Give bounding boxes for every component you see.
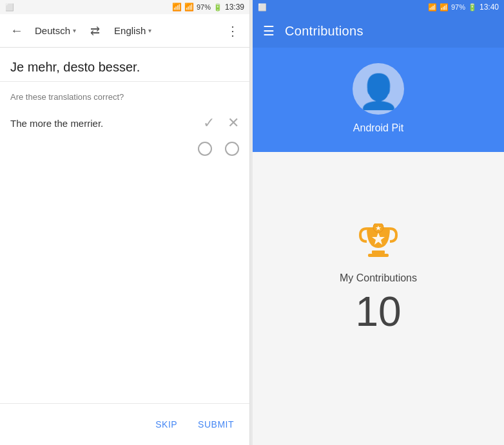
right-time: 13:40	[480, 3, 499, 12]
source-language-selector[interactable]: Deutsch ▾	[31, 23, 80, 39]
validation-translation: The more the merrier.	[10, 118, 203, 129]
avatar-icon: 👤	[358, 75, 400, 108]
skip-button[interactable]: SKIP	[153, 414, 180, 435]
submit-button[interactable]: SUBMIT	[195, 414, 237, 435]
avatar: 👤	[353, 63, 404, 115]
radio-actions	[198, 142, 239, 156]
radio-row	[10, 137, 239, 161]
time-left: 13:39	[225, 3, 244, 12]
contributions-section: My Contributions 10	[253, 152, 504, 445]
validation-actions: ✓ ✕	[203, 115, 239, 131]
battery-icon-left: 🔋	[213, 3, 222, 12]
source-text: Je mehr, desto besser.	[10, 58, 239, 76]
left-toolbar: ← Deutsch ▾ ⇄ English ▾ ⋮	[0, 14, 249, 48]
contributions-title: Contributions	[285, 24, 363, 39]
profile-name: Android Pit	[353, 122, 403, 134]
validation-question: Are these translations correct?	[10, 92, 239, 102]
right-status-left: ⬜	[258, 3, 267, 12]
validation-row: The more the merrier. ✓ ✕	[10, 109, 239, 137]
wifi-icon: 📶	[172, 3, 182, 12]
right-status-right: 📶 📶 97% 🔋 13:40	[428, 3, 499, 12]
left-status-bar: ⬜ 📶 📶 97% 🔋 13:39	[0, 0, 249, 14]
sim-icon: ⬜	[5, 3, 14, 12]
contributions-count: 10	[355, 289, 401, 334]
target-lang-dropdown-icon: ▾	[148, 27, 151, 34]
target-language-selector[interactable]: English ▾	[110, 23, 155, 39]
validation-section: Are these translations correct? The more…	[0, 82, 249, 403]
approve-button[interactable]: ✓	[203, 115, 215, 131]
trophy-icon	[358, 223, 399, 262]
target-language-label: English	[114, 25, 146, 36]
source-lang-dropdown-icon: ▾	[73, 27, 76, 34]
profile-section: 👤 Android Pit	[253, 48, 504, 152]
right-signal-icon: 📶	[440, 3, 449, 12]
battery-percentage-left: 97%	[197, 3, 211, 11]
more-options-button[interactable]: ⋮	[224, 21, 242, 41]
right-toolbar: ☰ Contributions	[253, 14, 504, 48]
right-battery-percentage: 97%	[451, 3, 465, 11]
right-wifi-icon: 📶	[428, 3, 437, 12]
signal-icon: 📶	[184, 3, 194, 12]
right-status-bar: ⬜ 📶 📶 97% 🔋 13:40	[253, 0, 504, 14]
right-battery-icon: 🔋	[468, 3, 477, 12]
status-bar-left-icons: ⬜	[5, 3, 14, 12]
svg-rect-1	[368, 254, 389, 257]
my-contributions-label: My Contributions	[340, 272, 417, 284]
left-panel: ⬜ 📶 📶 97% 🔋 13:39 ← Deutsch ▾ ⇄ English …	[0, 0, 250, 445]
radio-reject[interactable]	[225, 142, 239, 156]
back-button[interactable]: ←	[8, 21, 26, 41]
hamburger-menu-button[interactable]: ☰	[263, 23, 275, 39]
status-bar-right-icons: 📶 📶 97% 🔋 13:39	[172, 3, 244, 12]
reject-button[interactable]: ✕	[228, 115, 239, 131]
radio-approve[interactable]	[198, 142, 212, 156]
swap-languages-button[interactable]: ⇄	[85, 21, 105, 41]
svg-rect-0	[372, 251, 385, 254]
source-language-label: Deutsch	[35, 25, 70, 36]
translation-area: Je mehr, desto besser.	[0, 48, 249, 82]
action-buttons: SKIP SUBMIT	[0, 403, 249, 445]
right-panel: ⬜ 📶 📶 97% 🔋 13:40 ☰ Contributions 👤 Andr…	[253, 0, 504, 445]
right-sim-icon: ⬜	[258, 3, 267, 11]
